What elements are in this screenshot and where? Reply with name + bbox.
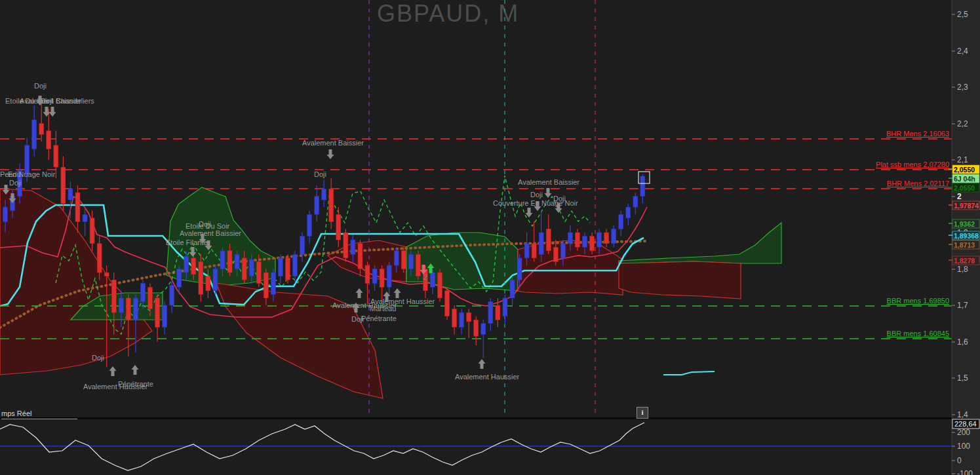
- candle-bull: [163, 305, 167, 327]
- price-tag-label: 2,0550: [954, 166, 975, 174]
- candle-bear: [285, 258, 290, 280]
- axis-tick-label: 1,7: [957, 301, 968, 310]
- candle-bear: [256, 261, 261, 283]
- candle-bull: [315, 197, 319, 215]
- level-label: Plat ssb mens 2,07280: [876, 161, 949, 168]
- osc-axis-tick-label: 0: [957, 456, 962, 465]
- candle-bull: [3, 207, 8, 221]
- candle-bear: [61, 167, 66, 204]
- annotation-label: Doji: [314, 170, 326, 178]
- candle-bear: [227, 251, 232, 273]
- candle-bull: [300, 237, 305, 255]
- level-label: BHR Mens 2,02117: [887, 180, 949, 187]
- candle-bear: [365, 265, 370, 284]
- chart-window: GBPAUD, M BHR Mens 2,16063Plat ssb mens …: [0, 0, 980, 475]
- candle-bull: [583, 237, 587, 248]
- candle-bear: [148, 287, 153, 309]
- info-button[interactable]: i: [637, 407, 648, 419]
- axis-tick-label: 2,3: [957, 83, 968, 92]
- candle-bull: [560, 244, 565, 258]
- candle-bull: [32, 120, 37, 149]
- candle-bull: [278, 258, 283, 276]
- level-label: BHR Mens 2,16063: [886, 130, 949, 138]
- axis-tick-label: 1,4: [957, 410, 968, 419]
- arrow-down-icon: [526, 208, 533, 218]
- candle-bull: [568, 233, 572, 244]
- candle-bear: [445, 291, 450, 316]
- axis-tick-label: 2,1: [957, 155, 968, 164]
- candle-bull: [539, 233, 543, 254]
- candle-bear: [438, 273, 442, 298]
- annotation-label: Doji: [34, 82, 47, 90]
- osc-value-label: 228,64: [954, 420, 977, 428]
- candle-bull: [68, 189, 73, 200]
- annotation-label: Marteau: [370, 305, 396, 313]
- candle-bull: [488, 301, 493, 323]
- osc-axis-tick-label: -100: [957, 469, 973, 475]
- candle-bear: [343, 233, 348, 258]
- candle-bull: [626, 207, 631, 218]
- main-chart[interactable]: BHR Mens 2,16063Plat ssb mens 2,07280BHR…: [0, 0, 980, 475]
- candle-bull: [140, 284, 145, 302]
- level-label: BBR mens 1,60845: [887, 330, 949, 337]
- annotation-label: En Nuage Noir: [8, 170, 55, 178]
- panel-divider: [0, 417, 980, 419]
- candle-bull: [619, 214, 623, 229]
- annotation-label: Doji: [92, 354, 104, 362]
- candle-bull: [220, 251, 225, 269]
- price-tag-label: 1,9362: [954, 220, 975, 228]
- candle-bear: [126, 298, 130, 320]
- signal-count-label: 2: [423, 273, 427, 281]
- axis-tick-label: 2,4: [957, 47, 968, 56]
- axis-tick-label: 2: [957, 192, 962, 201]
- candle-bear: [155, 298, 160, 327]
- candle-bull: [430, 273, 435, 287]
- price-tag-label: 1,89368: [954, 232, 979, 240]
- annotation-label: Pénétrante: [118, 380, 153, 388]
- candle-bear: [264, 273, 268, 298]
- annotation-label: Doji: [530, 191, 543, 199]
- candle-bull: [481, 324, 486, 335]
- candle-bull: [372, 269, 377, 284]
- annotation-label: Avalement Baissier: [518, 178, 579, 186]
- candle-bear: [39, 124, 44, 135]
- candle-bull: [184, 256, 189, 273]
- candle-bear: [206, 276, 210, 291]
- annotation-label: 4 Chandeliers: [50, 97, 94, 105]
- candle-bear: [416, 254, 420, 276]
- candle-bull: [213, 269, 218, 291]
- ichimoku-cloud-green: [619, 223, 781, 263]
- candle-bull: [387, 265, 391, 287]
- annotation-label: Avalement Baissier: [302, 139, 364, 147]
- osc-axis-tick-label: 100: [957, 442, 970, 451]
- arrow-up-icon: [394, 288, 401, 298]
- candle-bull: [597, 233, 602, 247]
- annotation-label: Avalement Haussier: [455, 373, 520, 381]
- candle-bear: [54, 145, 58, 167]
- candle-bear: [104, 273, 109, 276]
- candle-bull: [322, 189, 326, 200]
- axis-tick-label: 1,8: [957, 265, 968, 274]
- arrow-down-icon: [545, 188, 552, 198]
- candle-bull: [510, 280, 515, 298]
- annotation-label: Pénétrante: [361, 314, 397, 322]
- price-tag-label: 1,97874: [954, 202, 979, 210]
- kijun-line-segment: [663, 371, 715, 375]
- candle-bear: [380, 269, 384, 288]
- price-tag-label: 1,8713: [954, 241, 975, 249]
- candle-bear: [575, 233, 579, 247]
- price-tag-label: 1,8278: [954, 257, 975, 265]
- candle-bull: [640, 176, 645, 197]
- candle-bear: [401, 251, 406, 269]
- candle-bear: [590, 237, 595, 251]
- arrow-down-icon: [49, 107, 56, 117]
- annotation-label: Couverture En Nuage Noir: [493, 199, 578, 207]
- candle-bear: [97, 244, 102, 273]
- candle-bear: [467, 313, 471, 322]
- candle-bear: [191, 258, 196, 275]
- osc-axis-tick-label: 200: [957, 428, 970, 437]
- candle-bear: [336, 214, 341, 240]
- annotation-label: Doji: [9, 179, 22, 187]
- candle-bear: [474, 320, 479, 336]
- candle-bear: [452, 309, 457, 328]
